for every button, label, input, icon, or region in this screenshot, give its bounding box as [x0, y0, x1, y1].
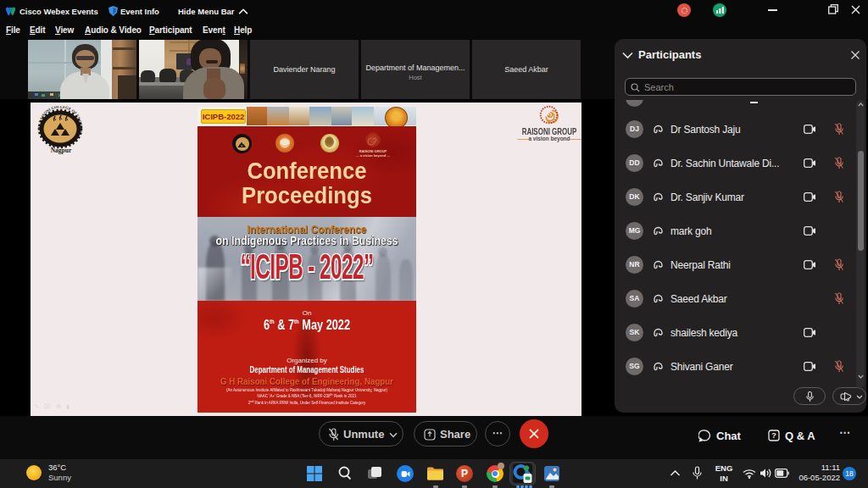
svg-text:?: ?: [771, 431, 776, 440]
